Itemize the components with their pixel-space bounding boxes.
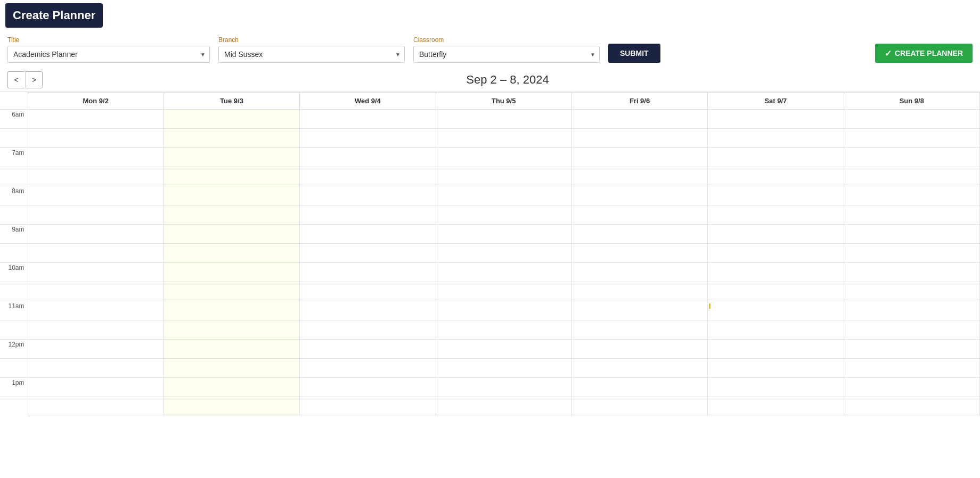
calendar-cell-half[interactable] [708, 359, 844, 378]
calendar-cell-half[interactable] [708, 129, 844, 148]
calendar-cell-half[interactable] [436, 129, 571, 148]
calendar-cell[interactable] [708, 301, 844, 320]
calendar-cell[interactable] [28, 378, 164, 397]
calendar-cell-half[interactable] [844, 129, 979, 148]
calendar-cell-half[interactable] [708, 205, 844, 225]
calendar-cell[interactable] [300, 148, 436, 167]
calendar-cell-half[interactable] [708, 397, 844, 416]
calendar-cell-half[interactable] [164, 129, 299, 148]
calendar-cell[interactable] [164, 186, 299, 205]
calendar-cell-half[interactable] [436, 320, 571, 340]
calendar-cell-half[interactable] [571, 320, 707, 340]
calendar-cell-half[interactable] [571, 129, 707, 148]
calendar-cell[interactable] [300, 378, 436, 397]
calendar-cell-half[interactable] [844, 397, 979, 416]
calendar-cell[interactable] [300, 301, 436, 320]
calendar-cell-half[interactable] [28, 397, 164, 416]
calendar-cell-half[interactable] [708, 282, 844, 301]
calendar-cell-half[interactable] [436, 359, 571, 378]
calendar-cell-half[interactable] [300, 359, 436, 378]
calendar-cell[interactable] [708, 148, 844, 167]
calendar-cell-half[interactable] [28, 359, 164, 378]
next-week-button[interactable]: > [26, 71, 43, 88]
calendar-cell-half[interactable] [28, 282, 164, 301]
calendar-cell[interactable] [844, 110, 979, 129]
calendar-cell[interactable] [708, 110, 844, 129]
calendar-cell-half[interactable] [844, 320, 979, 340]
calendar-cell[interactable] [436, 378, 571, 397]
calendar-cell[interactable] [28, 110, 164, 129]
calendar-cell-half[interactable] [28, 244, 164, 263]
calendar-cell[interactable] [300, 225, 436, 244]
calendar-cell-half[interactable] [436, 282, 571, 301]
calendar-cell[interactable] [164, 301, 299, 320]
calendar-cell-half[interactable] [708, 244, 844, 263]
calendar-cell[interactable] [708, 225, 844, 244]
calendar-cell[interactable] [844, 148, 979, 167]
calendar-cell-half[interactable] [571, 282, 707, 301]
calendar-cell[interactable] [28, 148, 164, 167]
calendar-cell[interactable] [436, 110, 571, 129]
calendar-cell[interactable] [300, 340, 436, 359]
classroom-select-wrapper[interactable]: Butterfly Room A Room B [413, 46, 600, 63]
calendar-cell[interactable] [571, 340, 707, 359]
calendar-cell[interactable] [300, 186, 436, 205]
prev-week-button[interactable]: < [7, 71, 24, 88]
calendar-cell-half[interactable] [164, 359, 299, 378]
calendar-cell[interactable] [300, 263, 436, 282]
calendar-cell[interactable] [571, 110, 707, 129]
calendar-cell[interactable] [28, 186, 164, 205]
calendar-cell[interactable] [436, 225, 571, 244]
calendar-cell[interactable] [844, 225, 979, 244]
calendar-cell-half[interactable] [436, 167, 571, 186]
calendar-cell-half[interactable] [300, 129, 436, 148]
calendar-cell-half[interactable] [164, 167, 299, 186]
calendar-cell-half[interactable] [571, 244, 707, 263]
calendar-cell[interactable] [708, 263, 844, 282]
classroom-select[interactable]: Butterfly Room A Room B [413, 46, 600, 63]
calendar-cell-half[interactable] [436, 244, 571, 263]
calendar-cell[interactable] [164, 148, 299, 167]
calendar-cell[interactable] [844, 186, 979, 205]
calendar-cell[interactable] [571, 301, 707, 320]
calendar-cell-half[interactable] [708, 167, 844, 186]
calendar-cell-half[interactable] [28, 167, 164, 186]
calendar-cell[interactable] [708, 378, 844, 397]
calendar-cell-half[interactable] [571, 397, 707, 416]
calendar-cell[interactable] [164, 340, 299, 359]
calendar-cell[interactable] [436, 301, 571, 320]
calendar-cell-half[interactable] [571, 359, 707, 378]
calendar-cell[interactable] [571, 378, 707, 397]
calendar-cell[interactable] [164, 225, 299, 244]
calendar-cell[interactable] [436, 263, 571, 282]
calendar-cell[interactable] [844, 263, 979, 282]
calendar-cell[interactable] [436, 340, 571, 359]
calendar-cell[interactable] [708, 340, 844, 359]
calendar-cell-half[interactable] [164, 205, 299, 225]
calendar-cell-half[interactable] [844, 359, 979, 378]
calendar-cell-half[interactable] [28, 129, 164, 148]
calendar-cell[interactable] [28, 225, 164, 244]
calendar-cell[interactable] [164, 263, 299, 282]
calendar-cell[interactable] [571, 263, 707, 282]
calendar-cell-half[interactable] [300, 167, 436, 186]
calendar-cell-half[interactable] [300, 205, 436, 225]
calendar-cell-half[interactable] [571, 167, 707, 186]
calendar-cell-half[interactable] [28, 320, 164, 340]
calendar-cell[interactable] [28, 340, 164, 359]
calendar-cell[interactable] [436, 148, 571, 167]
calendar-cell[interactable] [571, 186, 707, 205]
title-select[interactable]: Academics Planner Science Planner Math P… [7, 46, 210, 63]
calendar-cell[interactable] [844, 301, 979, 320]
calendar-cell[interactable] [28, 301, 164, 320]
calendar-cell-half[interactable] [300, 320, 436, 340]
calendar-cell-half[interactable] [164, 320, 299, 340]
calendar-cell[interactable] [436, 186, 571, 205]
calendar-cell-half[interactable] [28, 205, 164, 225]
branch-select-wrapper[interactable]: Mid Sussex East Sussex West Sussex [218, 46, 405, 63]
calendar-cell[interactable] [844, 378, 979, 397]
calendar-cell-half[interactable] [164, 282, 299, 301]
calendar-cell[interactable] [164, 378, 299, 397]
calendar-cell[interactable] [164, 110, 299, 129]
calendar-cell-half[interactable] [300, 282, 436, 301]
